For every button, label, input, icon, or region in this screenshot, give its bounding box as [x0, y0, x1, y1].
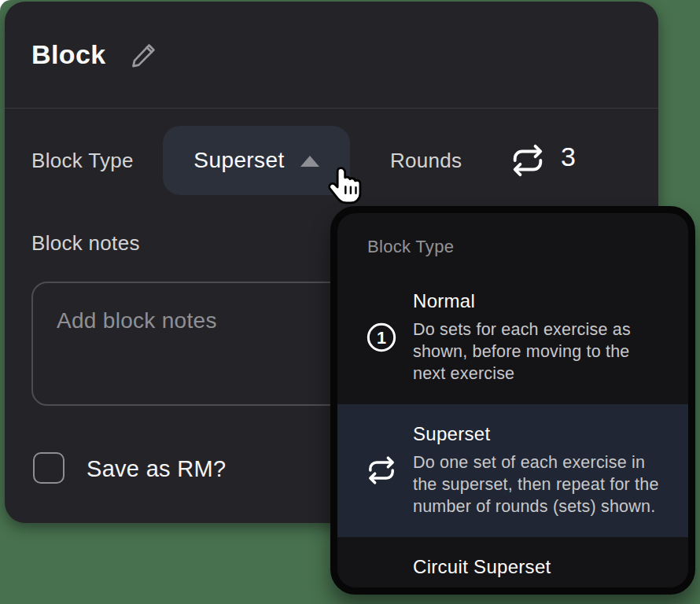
- menu-item-title: Superset: [413, 423, 665, 445]
- menu-item-description: Circuits are Supersets with a time requi…: [413, 585, 665, 595]
- block-type-label: Block Type: [31, 149, 134, 173]
- menu-item-text: Superset Do one set of each exercise in …: [413, 423, 665, 518]
- rounds-value[interactable]: 3: [561, 142, 576, 172]
- menu-item-superset[interactable]: Superset Do one set of each exercise in …: [337, 404, 688, 537]
- block-notes-label: Block notes: [31, 231, 140, 256]
- timer-icon: [366, 587, 397, 595]
- menu-item-title: Normal: [413, 290, 665, 312]
- menu-item-description: Do sets for each exercise as shown, befo…: [413, 319, 665, 385]
- menu-item-text: Normal Do sets for each exercise as show…: [413, 290, 665, 385]
- svg-text:1: 1: [377, 328, 386, 348]
- save-as-rm-checkbox[interactable]: [33, 452, 64, 484]
- save-as-rm-label: Save as RM?: [87, 456, 226, 482]
- repeat-icon: [510, 142, 546, 179]
- block-notes-placeholder: Add block notes: [57, 308, 217, 333]
- block-type-selected-value: Superset: [193, 148, 284, 173]
- menu-item-circuit-superset[interactable]: Circuit Superset Circuits are Supersets …: [337, 537, 688, 595]
- menu-item-normal[interactable]: 1 Normal Do sets for each exercise as sh…: [337, 271, 688, 404]
- page-title: Block: [31, 39, 106, 70]
- menu-item-description: Do one set of each exercise in the super…: [413, 452, 665, 518]
- chevron-up-icon: [300, 156, 319, 167]
- edit-pencil-icon[interactable]: [130, 41, 158, 69]
- dropdown-header: Block Type: [337, 213, 688, 257]
- block-type-dropdown-button[interactable]: Superset: [163, 126, 350, 195]
- panel-header: Block: [5, 2, 658, 109]
- circled-1-icon: 1: [366, 322, 397, 353]
- menu-item-title: Circuit Superset: [413, 556, 665, 578]
- rounds-label: Rounds: [390, 149, 462, 173]
- repeat-icon: [366, 455, 397, 486]
- menu-item-text: Circuit Superset Circuits are Supersets …: [413, 556, 665, 595]
- block-type-dropdown-menu: Block Type 1 Normal Do sets for each exe…: [330, 206, 695, 595]
